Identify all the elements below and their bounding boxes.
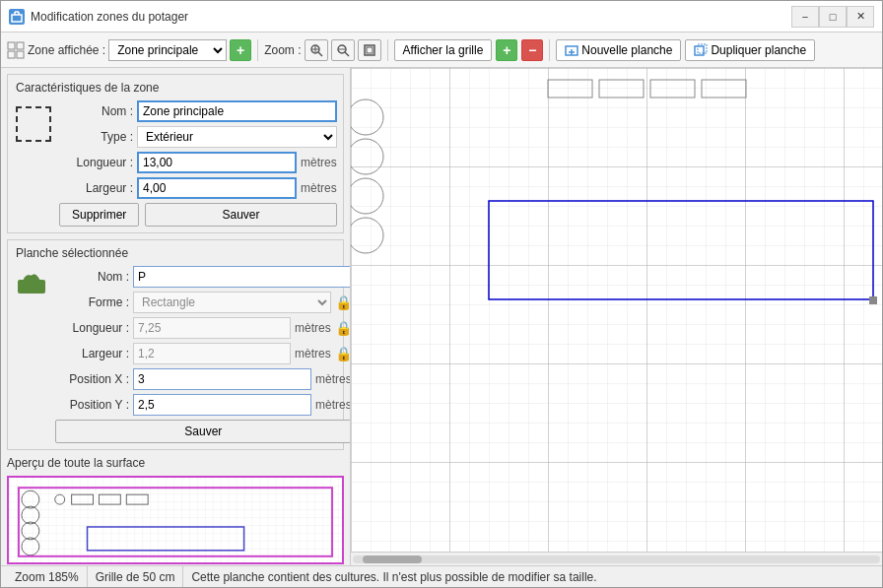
toolbar-separator-2 [387,39,388,61]
toolbar-grid-icon [7,41,25,59]
zone-section: Caractéristiques de la zone Nom : Type :… [7,74,344,233]
minimize-button[interactable]: − [791,6,819,28]
planche-forme-label: Forme : [55,295,129,309]
scrollbar-track[interactable] [353,555,880,563]
planche-largeur-input[interactable] [133,343,291,364]
toolbar-separator-3 [549,39,550,61]
zone-longueur-input[interactable] [137,152,297,173]
svg-line-9 [318,52,322,56]
planche-posX-input[interactable] [133,368,311,390]
zone-type-select[interactable]: Extérieur [137,126,337,148]
title-bar: Modification zones du potager − □ ✕ [1,1,882,33]
apercu-canvas [9,478,342,564]
longueur-lock-icon[interactable]: 🔒 [335,320,351,336]
toolbar: Zone affichée : Zone principale + Zoom :… [1,33,882,68]
remove-planche-minus[interactable]: − [521,39,543,61]
planche-sauver-button[interactable]: Sauver [55,420,351,443]
zone-fields: Nom : Type : Extérieur Longueur : [59,100,337,227]
add-planche-plus[interactable]: + [496,39,517,61]
zone-label: Zone affichée : [28,43,105,57]
planche-largeur-label: Largeur : [55,347,129,360]
svg-rect-0 [12,15,22,22]
add-zone-button[interactable]: + [230,39,251,61]
planche-longueur-label: Longueur : [55,321,129,335]
planche-section-content: Nom : Forme : Rectangle 🔒 Longueur : [16,266,335,443]
largeur-lock-icon[interactable]: 🔒 [335,346,351,361]
planche-nom-input[interactable] [133,266,351,288]
zoom-out-icon [336,43,350,57]
planche-icon [16,272,47,295]
apercu-section: Aperçu de toute la surface [7,456,344,564]
toolbar-zoom-group: Zoom : [264,39,380,61]
apercu-box [7,476,344,564]
planche-posY-unit: mètres [315,398,351,412]
zoom-search-button[interactable] [305,39,328,61]
planche-largeur-row: Largeur : mètres 🔒 [55,343,351,364]
planche-largeur-unit: mètres [295,347,331,360]
planche-forme-select[interactable]: Rectangle [133,292,331,313]
forme-lock-icon[interactable]: 🔒 [335,294,351,310]
svg-rect-22 [18,280,45,294]
nouvelle-planche-label: Nouvelle planche [581,43,672,57]
status-zoom: Zoom 185% [7,566,88,587]
main-canvas-svg [351,68,882,552]
svg-rect-25 [9,478,342,564]
main-window: Modification zones du potager − □ ✕ Zone… [0,0,883,588]
planche-buttons: Sauver [55,420,351,443]
zone-section-title: Caractéristiques de la zone [16,81,335,95]
svg-rect-37 [351,68,882,552]
supprimer-button[interactable]: Supprimer [59,203,139,227]
svg-rect-7 [17,51,24,58]
dupliquer-planche-label: Dupliquer planche [711,43,806,57]
zone-largeur-row: Largeur : mètres [59,177,337,199]
svg-rect-47 [869,296,877,304]
nouvelle-planche-button[interactable]: Nouvelle planche [556,39,681,61]
close-button[interactable]: ✕ [847,6,874,28]
zone-longueur-row: Longueur : mètres [59,152,337,173]
zone-type-label: Type : [59,130,133,144]
zone-nom-input[interactable] [137,100,337,122]
svg-rect-6 [8,51,15,58]
planche-nom-label: Nom : [55,270,129,284]
horizontal-scrollbar[interactable] [351,552,882,565]
zone-buttons: Supprimer Sauver [59,203,337,227]
planche-posY-input[interactable] [133,394,311,416]
planche-forme-row: Forme : Rectangle 🔒 [55,292,351,313]
zoom-label: Zoom : [264,43,301,57]
planche-longueur-input[interactable] [133,317,291,339]
canvas-area[interactable] [351,68,882,552]
zoom-search-icon [309,43,323,57]
status-bar: Zoom 185% Grille de 50 cm Cette planche … [1,565,882,587]
zoom-out-button[interactable] [331,39,355,61]
zoom-fit-icon [363,43,376,57]
planche-section: Planche sélectionnée Nom : [7,239,344,450]
planche-posY-label: Position Y : [55,398,129,412]
svg-rect-16 [367,47,373,53]
nouvelle-planche-icon [565,43,578,57]
zone-largeur-input[interactable] [137,177,297,199]
title-bar-left: Modification zones du potager [9,9,188,25]
maximize-button[interactable]: □ [819,6,847,28]
planche-longueur-unit: mètres [295,321,331,335]
dupliquer-planche-button[interactable]: Dupliquer planche [685,39,815,61]
main-content: Caractéristiques de la zone Nom : Type :… [1,68,882,565]
zone-sauver-button[interactable]: Sauver [145,203,336,227]
zone-type-row: Type : Extérieur [59,126,337,148]
planche-nom-row: Nom : [55,266,351,288]
zone-largeur-label: Largeur : [59,181,133,195]
right-canvas [351,68,882,565]
svg-line-13 [345,52,349,56]
zone-nom-label: Nom : [59,104,133,118]
zone-select[interactable]: Zone principale [108,39,227,61]
zoom-fit-button[interactable] [358,39,381,61]
status-message: Cette planche contient des cultures. Il … [183,566,876,587]
svg-rect-4 [8,42,15,49]
planche-posX-unit: mètres [315,372,351,386]
scrollbar-thumb[interactable] [363,555,422,563]
toolbar-separator-1 [257,39,258,61]
dupliquer-planche-icon [694,43,708,57]
afficher-grille-button[interactable]: Afficher la grille [394,39,493,61]
window-title: Modification zones du potager [31,10,188,24]
zone-section-content: Nom : Type : Extérieur Longueur : [16,100,335,227]
zone-preview-icon [16,106,51,142]
